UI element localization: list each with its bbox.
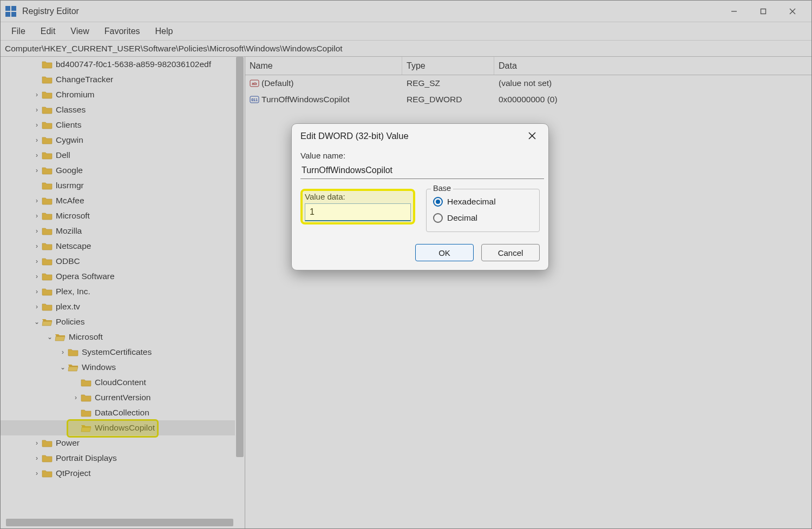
folder-icon — [42, 121, 53, 129]
tree-scroll[interactable]: bd400747-f0c1-5638-a859-982036102edfChan… — [1, 57, 235, 528]
tree-item[interactable]: ›Chromium — [1, 87, 235, 102]
ok-button[interactable]: OK — [415, 244, 474, 261]
value-row[interactable]: ab(Default)REG_SZ(value not set) — [245, 75, 811, 91]
chevron-right-icon[interactable]: › — [32, 273, 42, 280]
tree-item[interactable]: ›Cygwin — [1, 133, 235, 148]
column-header-type[interactable]: Type — [402, 57, 494, 75]
cancel-button[interactable]: Cancel — [481, 244, 540, 261]
tree-item[interactable]: ⌄Policies — [1, 314, 235, 329]
chevron-right-icon[interactable]: › — [32, 121, 42, 129]
folder-icon — [42, 75, 53, 84]
tree-item[interactable]: ›Portrait Displays — [1, 451, 235, 466]
tree-item[interactable]: bd400747-f0c1-5638-a859-982036102edf — [1, 57, 235, 72]
radio-decimal[interactable]: Decimal — [433, 210, 533, 226]
value-row[interactable]: 011TurnOffWindowsCopilotREG_DWORD0x00000… — [245, 91, 811, 108]
folder-icon — [42, 227, 53, 235]
menu-favorites[interactable]: Favorites — [97, 24, 148, 38]
chevron-right-icon[interactable]: › — [32, 151, 42, 159]
tree-item-label: Classes — [56, 105, 86, 115]
chevron-right-icon[interactable]: › — [32, 242, 42, 250]
menu-file[interactable]: File — [4, 24, 33, 38]
chevron-down-icon[interactable]: ⌄ — [58, 363, 68, 371]
chevron-down-icon[interactable]: ⌄ — [32, 318, 42, 326]
window-title: Registry Editor — [22, 6, 79, 16]
chevron-right-icon[interactable]: › — [32, 106, 42, 114]
tree-vertical-scrollbar[interactable] — [236, 57, 244, 457]
column-header-data[interactable]: Data — [494, 57, 811, 75]
base-label: Base — [431, 184, 453, 193]
tree-item[interactable]: ⌄Microsoft — [1, 329, 235, 345]
string-value-icon: ab — [250, 78, 259, 88]
chevron-right-icon[interactable]: › — [32, 454, 42, 462]
value-data-field[interactable] — [305, 203, 411, 221]
address-text: Computer\HKEY_CURRENT_USER\Software\Poli… — [5, 44, 343, 54]
radio-hexadecimal[interactable]: Hexadecimal — [433, 194, 533, 210]
tree-item[interactable]: ›Power — [1, 435, 235, 451]
folder-icon — [81, 378, 91, 387]
tree-item-label: ODBC — [56, 256, 80, 266]
tree-item[interactable]: ›Plex, Inc. — [1, 284, 235, 299]
chevron-right-icon[interactable]: › — [32, 470, 42, 477]
maximize-button[interactable] — [749, 1, 778, 22]
tree-item[interactable]: ›ODBC — [1, 254, 235, 269]
folder-icon — [42, 469, 53, 478]
chevron-right-icon[interactable]: › — [32, 167, 42, 174]
tree-item[interactable]: lusrmgr — [1, 178, 235, 193]
chevron-right-icon[interactable]: › — [71, 394, 81, 401]
menu-help[interactable]: Help — [148, 24, 181, 38]
value-data-label: Value data: — [305, 192, 411, 201]
tree-item[interactable]: ›plex.tv — [1, 299, 235, 314]
tree-item[interactable]: WindowsCopilot — [1, 420, 235, 435]
folder-icon — [42, 166, 53, 175]
column-header-name[interactable]: Name — [245, 57, 402, 75]
minimize-button[interactable] — [719, 1, 749, 22]
chevron-right-icon[interactable]: › — [32, 227, 42, 235]
svg-rect-0 — [5, 6, 10, 11]
chevron-right-icon[interactable]: › — [32, 288, 42, 295]
chevron-right-icon[interactable]: › — [32, 212, 42, 220]
tree-item[interactable]: ›Microsoft — [1, 208, 235, 223]
menu-edit[interactable]: Edit — [33, 24, 63, 38]
menu-view[interactable]: View — [63, 24, 96, 38]
dialog-titlebar: Edit DWORD (32-bit) Value — [292, 124, 548, 148]
tree-item-label: Dell — [56, 150, 70, 160]
tree-item[interactable]: ›CurrentVersion — [1, 390, 235, 405]
tree-item[interactable]: ⌄Windows — [1, 360, 235, 375]
tree-item[interactable]: ›Classes — [1, 102, 235, 117]
dialog-close-button[interactable] — [525, 128, 540, 143]
tree-item[interactable]: ›Google — [1, 163, 235, 178]
tree-item[interactable]: ›Clients — [1, 117, 235, 133]
chevron-down-icon[interactable]: ⌄ — [45, 333, 55, 341]
folder-icon — [81, 424, 91, 432]
tree-item[interactable]: ›McAfee — [1, 193, 235, 208]
tree-item-label: Microsoft — [56, 211, 90, 221]
tree-item[interactable]: CloudContent — [1, 375, 235, 390]
chevron-right-icon[interactable]: › — [32, 136, 42, 144]
tree-item[interactable]: ›Dell — [1, 148, 235, 163]
chevron-right-icon[interactable]: › — [32, 197, 42, 204]
tree-item[interactable]: DataCollection — [1, 405, 235, 420]
tree-item[interactable]: ›Opera Software — [1, 269, 235, 284]
tree-item-label: Windows — [82, 362, 116, 372]
tree-item-label: CurrentVersion — [95, 393, 150, 402]
chevron-right-icon[interactable]: › — [32, 91, 42, 98]
tree-item[interactable]: ›Netscape — [1, 239, 235, 254]
chevron-right-icon[interactable]: › — [32, 439, 42, 447]
tree-item-label: Opera Software — [56, 272, 115, 281]
chevron-right-icon[interactable]: › — [32, 303, 42, 310]
tree-horizontal-scrollbar[interactable] — [6, 519, 233, 526]
tree-item[interactable]: ChangeTracker — [1, 72, 235, 87]
folder-icon — [42, 196, 53, 205]
chevron-right-icon[interactable]: › — [32, 257, 42, 265]
tree-item-label: Microsoft — [69, 332, 103, 342]
tree-item-label: Policies — [56, 317, 84, 327]
tree-item-label: WindowsCopilot — [95, 423, 155, 433]
tree-item[interactable]: ›Mozilla — [1, 223, 235, 239]
address-bar[interactable]: Computer\HKEY_CURRENT_USER\Software\Poli… — [1, 41, 811, 57]
tree-item[interactable]: ›QtProject — [1, 466, 235, 481]
value-name-field[interactable] — [300, 162, 544, 179]
tree-item-label: bd400747-f0c1-5638-a859-982036102edf — [56, 59, 211, 69]
tree-item[interactable]: ›SystemCertificates — [1, 345, 235, 360]
chevron-right-icon[interactable]: › — [58, 348, 68, 356]
close-button[interactable] — [778, 1, 807, 22]
